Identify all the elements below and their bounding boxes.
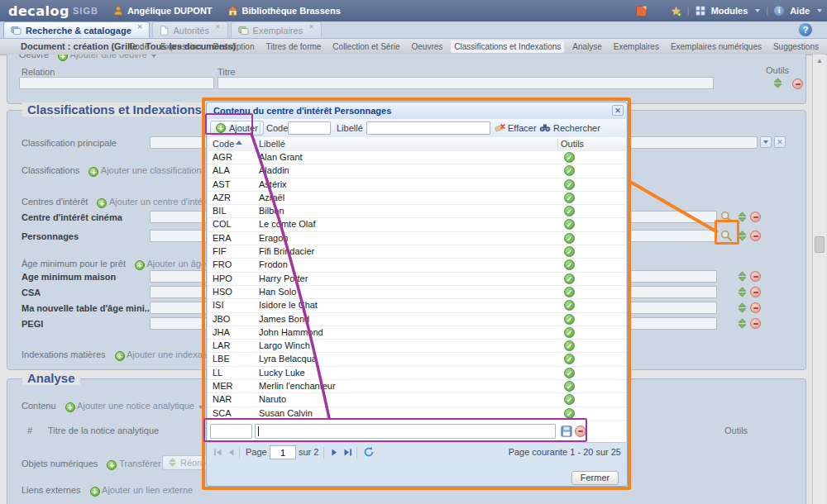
last-page-icon[interactable] <box>343 448 352 459</box>
validate-icon[interactable] <box>564 233 575 244</box>
reorder-icon[interactable] <box>737 318 748 330</box>
validate-icon[interactable] <box>564 273 575 284</box>
tab-recherche-catalogage[interactable]: Recherche & catalogage ✕ <box>3 21 150 38</box>
validate-icon[interactable] <box>564 219 575 230</box>
add-icon[interactable] <box>115 351 125 361</box>
table-row[interactable]: AGR Alan Grant <box>208 151 626 164</box>
close-icon[interactable]: ✕ <box>215 23 221 31</box>
reorder-icon[interactable] <box>772 78 783 90</box>
vertical-scrollbar[interactable]: ▲ <box>812 55 826 504</box>
table-row[interactable]: JBO James Bond <box>208 313 626 326</box>
table-row[interactable]: LBE Lyra Belacqua <box>208 353 626 366</box>
add-oeuvre-link[interactable]: Ajouter une oeuvre <box>70 55 147 59</box>
search-icon[interactable] <box>720 230 733 244</box>
table-row[interactable]: AST Astérix <box>208 178 626 192</box>
add-icon[interactable] <box>107 460 117 470</box>
reorder-icon[interactable] <box>737 302 748 315</box>
doc-tab[interactable]: Exemplaires numériques <box>667 40 765 53</box>
dropdown-button[interactable] <box>760 136 772 148</box>
column-outils[interactable]: Outils <box>561 139 584 149</box>
doc-tab[interactable]: Code <box>126 40 152 53</box>
doc-tab[interactable]: Description <box>209 40 257 53</box>
help-icon[interactable]: ? <box>799 23 812 36</box>
doc-tab[interactable]: Exemplaires <box>610 40 662 53</box>
validate-icon[interactable] <box>564 300 575 311</box>
doc-tab[interactable]: Suggestions <box>770 40 822 53</box>
doc-tab[interactable]: Oeuvres <box>409 40 447 53</box>
cancel-row-icon[interactable] <box>575 426 586 437</box>
remove-icon[interactable] <box>750 271 761 282</box>
table-row[interactable]: LL Lucky Luke <box>208 367 626 380</box>
validate-icon[interactable] <box>564 368 575 378</box>
column-code[interactable]: Code <box>213 139 234 149</box>
table-row[interactable]: JHA John Hammond <box>208 326 626 340</box>
reorder-icon[interactable] <box>737 231 748 243</box>
close-icon[interactable]: ✕ <box>612 105 624 116</box>
code-filter-input[interactable] <box>288 121 331 135</box>
remove-icon[interactable] <box>750 212 761 222</box>
reorder-icon[interactable] <box>737 271 748 283</box>
table-row[interactable]: LAR Largo Winch <box>208 340 626 353</box>
validate-icon[interactable] <box>564 287 575 297</box>
validate-icon[interactable] <box>564 179 575 190</box>
add-icon[interactable] <box>90 487 100 497</box>
page-number-input[interactable] <box>270 445 296 459</box>
table-row[interactable]: BIL Bilbon <box>208 205 626 218</box>
table-row[interactable]: HSO Han Solo <box>208 286 626 299</box>
effacer-button[interactable]: Effacer <box>508 123 537 133</box>
notification-icon[interactable] <box>636 6 647 17</box>
add-icon[interactable] <box>65 402 75 412</box>
remove-icon[interactable] <box>750 302 761 313</box>
reorder-icon[interactable] <box>737 287 748 299</box>
titre-input[interactable] <box>218 77 714 89</box>
favorites-icon[interactable] <box>671 6 681 17</box>
validate-icon[interactable] <box>564 246 575 257</box>
aide-menu[interactable]: Aide <box>790 6 810 16</box>
remove-icon[interactable] <box>792 78 803 89</box>
table-row[interactable]: FIF Fifi Brindacier <box>208 245 626 259</box>
prev-page-icon[interactable] <box>227 448 236 459</box>
modules-menu[interactable]: Modules <box>711 6 748 16</box>
save-icon[interactable] <box>561 426 572 439</box>
close-icon[interactable]: ✕ <box>308 23 314 31</box>
doc-tab[interactable]: Collection et Série <box>329 40 403 53</box>
table-row[interactable]: ISI Isidore le Chat <box>208 299 626 312</box>
validate-icon[interactable] <box>564 327 575 338</box>
add-notice-link[interactable]: Ajouter une notice analytique <box>77 401 194 411</box>
validate-icon[interactable] <box>564 193 575 203</box>
add-centre-link[interactable]: Ajouter un centre d'intérêt <box>109 197 213 207</box>
edit-code-input[interactable] <box>210 424 252 439</box>
doc-tab[interactable]: Classifications et Indexations <box>451 40 564 53</box>
doc-tab[interactable]: Titres de forme <box>262 40 324 53</box>
table-row[interactable]: NAR Naruto <box>208 393 626 407</box>
add-icon[interactable] <box>58 55 68 61</box>
doc-tab[interactable]: Analyse <box>569 40 605 53</box>
validate-icon[interactable] <box>564 206 575 216</box>
scroll-up-icon[interactable]: ▲ <box>815 56 825 66</box>
add-lien-link[interactable]: Ajouter un lien externe <box>102 485 193 495</box>
first-page-icon[interactable] <box>213 448 222 459</box>
table-row[interactable]: COL Le comte Olaf <box>208 218 626 231</box>
table-row[interactable]: ERA Eragon <box>208 232 626 245</box>
validate-icon[interactable] <box>564 394 575 405</box>
add-icon[interactable] <box>135 260 145 270</box>
table-row[interactable]: MER Merlin l'enchanteur <box>208 380 626 393</box>
scrollbar-thumb[interactable] <box>815 236 825 253</box>
table-row[interactable]: FRO Frodon <box>208 259 626 272</box>
reorder-icon[interactable] <box>737 212 748 224</box>
relation-input[interactable] <box>19 77 214 89</box>
validate-icon[interactable] <box>564 152 575 163</box>
validate-icon[interactable] <box>564 340 575 351</box>
remove-icon[interactable] <box>750 287 761 297</box>
refresh-icon[interactable] <box>363 446 375 459</box>
table-row[interactable]: HPO Harry Potter <box>208 273 626 286</box>
rechercher-button[interactable]: Rechercher <box>553 123 600 133</box>
add-icon[interactable] <box>88 167 98 177</box>
remove-icon[interactable] <box>750 318 761 329</box>
modal-header[interactable]: Contenu du centre d'intérêt Personnages … <box>207 102 627 119</box>
table-row[interactable]: AZR Azraël <box>208 192 626 205</box>
column-libelle[interactable]: Libellé <box>259 139 285 149</box>
close-icon[interactable]: ✕ <box>137 23 143 31</box>
table-row[interactable]: ALA Aladdin <box>208 164 626 178</box>
validate-icon[interactable] <box>564 381 575 392</box>
